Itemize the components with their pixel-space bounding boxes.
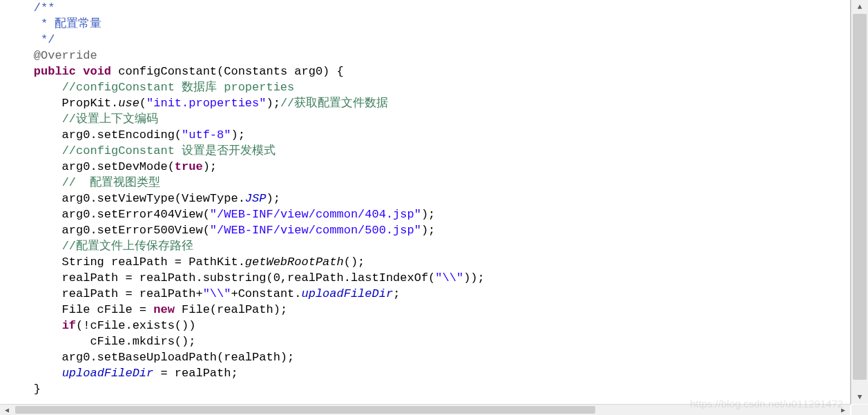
code-line[interactable]: cFile.mkdirs(); [6, 334, 850, 349]
horizontal-scrollbar[interactable]: ◀ ▶ [0, 404, 850, 415]
code-line[interactable]: realPath = realPath+"\\"+Constant.upload… [6, 286, 850, 302]
code-token: ; [393, 287, 400, 300]
code-line[interactable]: arg0.setError404View("/WEB-INF/view/comm… [6, 206, 850, 222]
code-line[interactable]: realPath = realPath.substring(0,realPath… [6, 270, 850, 286]
code-line[interactable]: arg0.setError500View("/WEB-INF/view/comm… [6, 222, 850, 238]
code-line[interactable]: File cFile = new File(realPath); [6, 302, 850, 318]
code-line[interactable]: //configConstant 设置是否开发模式 [6, 143, 850, 159]
code-line[interactable]: arg0.setDevMode(true); [6, 159, 850, 175]
scroll-down-arrow[interactable]: ▼ [851, 390, 868, 404]
code-token: "/WEB-INF/view/common/404.jsp" [210, 208, 421, 221]
code-token: "\\" [203, 287, 231, 300]
code-token: } [6, 383, 41, 396]
code-line[interactable]: String realPath = PathKit.getWebRootPath… [6, 254, 850, 270]
code-token: arg0.setError500View( [6, 224, 210, 237]
code-token: arg0.setViewType(ViewType. [6, 192, 245, 205]
scroll-right-arrow[interactable]: ▶ [836, 405, 850, 415]
code-content[interactable]: /** * 配置常量 */ @Override public void conf… [0, 0, 850, 397]
scroll-left-arrow[interactable]: ◀ [0, 405, 14, 415]
code-line[interactable]: uploadFileDir = realPath; [6, 365, 850, 381]
code-line[interactable]: //设置上下文编码 [6, 111, 850, 127]
code-token [6, 81, 62, 94]
code-token: ( [139, 97, 146, 110]
code-token: arg0.setEncoding( [6, 128, 182, 142]
code-token: arg0.setBaseUploadPath(realPath); [6, 351, 294, 364]
code-line[interactable]: //配置文件上传保存路径 [6, 238, 850, 254]
code-token: "init.properties" [146, 97, 266, 110]
code-token: //获取配置文件数据 [280, 97, 388, 110]
code-token: PropKit. [6, 97, 118, 110]
code-token: @Override [34, 49, 97, 62]
code-token: use [118, 97, 139, 110]
code-token [6, 319, 62, 332]
code-token [6, 65, 34, 78]
code-token: (); [344, 255, 365, 269]
code-token: //configConstant 设置是否开发模式 [62, 144, 276, 157]
code-token: "/WEB-INF/view/common/500.jsp" [210, 224, 421, 237]
code-token: */ [41, 33, 55, 46]
code-line[interactable]: // 配置视图类型 [6, 175, 850, 191]
code-token [6, 367, 62, 380]
code-token [6, 1, 34, 15]
code-token: ); [266, 192, 280, 205]
code-token [76, 65, 83, 78]
code-token: File(realPath); [175, 303, 287, 316]
code-line[interactable]: arg0.setBaseUploadPath(realPath); [6, 349, 850, 365]
code-token: * 配置常量 [41, 17, 102, 30]
code-token: "utf-8" [182, 128, 231, 142]
code-token: configConstant(Constants arg0) { [111, 65, 344, 78]
scroll-v-track[interactable] [851, 14, 868, 390]
code-line[interactable]: PropKit.use("init.properties");//获取配置文件数… [6, 95, 850, 111]
code-token: ); [421, 224, 435, 237]
code-token: "\\" [435, 271, 463, 284]
code-token: cFile.mkdirs(); [6, 335, 195, 348]
code-token: )); [463, 271, 485, 284]
scroll-up-arrow[interactable]: ▲ [851, 0, 868, 14]
code-token: uploadFileDir [62, 367, 154, 380]
code-token: arg0.setError404View( [6, 208, 210, 221]
code-line[interactable]: * 配置常量 [6, 16, 850, 32]
scroll-v-thumb[interactable] [853, 14, 867, 380]
code-token: true [175, 160, 203, 173]
code-line[interactable]: */ [6, 32, 850, 48]
code-line[interactable]: arg0.setViewType(ViewType.JSP); [6, 191, 850, 206]
code-token: // 配置视图类型 [62, 176, 161, 189]
code-line[interactable]: /** [6, 0, 850, 16]
code-token: ); [421, 208, 435, 221]
code-line[interactable]: @Override [6, 48, 850, 64]
code-token [6, 49, 34, 62]
code-token: ); [266, 97, 280, 110]
code-line[interactable]: public void configConstant(Constants arg… [6, 64, 850, 79]
code-token [6, 176, 62, 189]
vertical-scrollbar[interactable]: ▲ ▼ [851, 0, 868, 404]
code-editor-viewport[interactable]: /** * 配置常量 */ @Override public void conf… [0, 0, 851, 405]
code-token: //配置文件上传保存路径 [62, 240, 193, 253]
code-token [6, 240, 62, 253]
code-token: +Constant. [231, 287, 301, 300]
code-token: arg0.setDevMode( [6, 160, 175, 173]
code-token [6, 113, 62, 126]
code-token: void [83, 65, 111, 78]
code-token [6, 144, 62, 157]
code-line[interactable]: } [6, 381, 850, 397]
code-token: JSP [245, 192, 267, 205]
code-token: File cFile = [6, 303, 153, 316]
code-token: (!cFile.exists()) [76, 319, 195, 332]
code-token: String realPath = PathKit. [6, 255, 245, 269]
code-token: //设置上下文编码 [62, 113, 158, 126]
code-token: realPath = realPath+ [6, 287, 203, 300]
code-token: = realPath; [153, 367, 238, 380]
code-token: getWebRootPath [245, 255, 344, 269]
code-token: realPath = realPath.substring(0,realPath… [6, 271, 435, 284]
code-line[interactable]: if(!cFile.exists()) [6, 318, 850, 334]
code-token: public [34, 65, 76, 78]
code-token: ); [203, 160, 217, 173]
code-token: //configConstant 数据库 properties [62, 81, 295, 94]
scroll-h-thumb[interactable] [15, 406, 595, 414]
code-token: uploadFileDir [302, 287, 394, 300]
code-token: ); [231, 128, 244, 142]
code-token: /** [34, 1, 55, 15]
code-line[interactable]: //configConstant 数据库 properties [6, 79, 850, 95]
code-line[interactable]: arg0.setEncoding("utf-8"); [6, 127, 850, 143]
scrollbar-corner [851, 405, 868, 415]
